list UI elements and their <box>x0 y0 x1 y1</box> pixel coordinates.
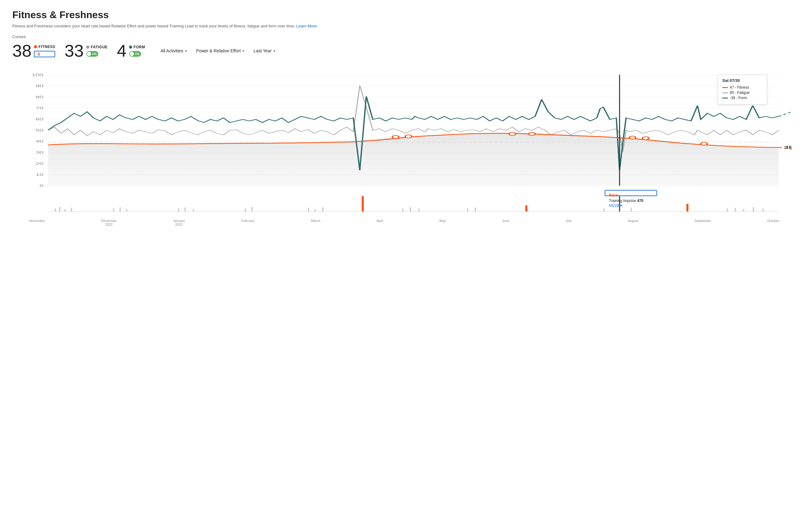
form-toggle-switch[interactable]: ON <box>129 51 141 57</box>
tooltip-fitness-val: 47 - Fitness <box>730 85 749 90</box>
svg-text:40: 40 <box>35 139 43 143</box>
svg-rect-57 <box>631 208 632 211</box>
mini-chart[interactable]: Race Training Impulse 470 NS100K <box>12 193 792 218</box>
fatigue-toggle-knob <box>87 52 91 56</box>
svg-rect-54 <box>525 205 527 211</box>
tooltip: Sat 07/30 47 - Fitness 85 - Fatigue -39 … <box>718 75 767 104</box>
form-label-row: FORM <box>129 45 145 49</box>
fitness-delta: -1 <box>34 51 55 57</box>
svg-text:100: 100 <box>32 73 44 77</box>
page-title: Fitness & Freshness <box>12 9 792 21</box>
chart-area: 100 90 80 70 60 50 40 30 20 10 0 <box>12 69 792 226</box>
activity-name: NS100K <box>609 204 653 208</box>
x-axis-labels: November December2022 January2022 Februa… <box>12 218 792 226</box>
svg-rect-35 <box>64 209 66 211</box>
svg-rect-50 <box>410 207 411 211</box>
fatigue-label-row: FATIGUE <box>86 45 108 49</box>
metrics-row: 38 FITNESS -1 33 FATIGUE ON 4 <box>12 42 792 59</box>
svg-rect-46 <box>314 209 315 211</box>
metric-dropdown[interactable]: Power & Relative Effort ▾ <box>196 48 244 53</box>
fatigue-metric: 33 FATIGUE ON <box>64 42 108 59</box>
page-subtitle: Fitness and Freshness considers your hea… <box>12 24 792 28</box>
fitness-value: 38 <box>12 42 32 59</box>
svg-rect-51 <box>418 208 419 211</box>
main-chart[interactable]: 100 90 80 70 60 50 40 30 20 10 0 <box>12 69 792 192</box>
x-label-jan: January2022 <box>173 219 185 226</box>
period-dropdown[interactable]: Last Year ▾ <box>254 48 275 53</box>
svg-text:80: 80 <box>35 95 43 99</box>
svg-text:50: 50 <box>35 128 43 132</box>
svg-point-24 <box>405 135 412 138</box>
tooltip-fatigue-row: 85 - Fatigue <box>722 91 762 95</box>
x-label-apr: April <box>376 219 383 226</box>
period-chevron-icon: ▾ <box>274 49 275 53</box>
fatigue-toggle-switch[interactable]: ON <box>86 51 98 57</box>
svg-rect-45 <box>308 208 309 211</box>
form-toggle-knob <box>130 52 134 56</box>
x-label-oct: October <box>767 219 779 226</box>
svg-rect-58 <box>686 204 688 211</box>
tooltip-fitness-line <box>722 87 728 88</box>
svg-text:70: 70 <box>35 106 43 110</box>
svg-rect-39 <box>126 209 127 211</box>
svg-text:0: 0 <box>39 184 43 188</box>
dropdowns: All Activities ▾ Power & Relative Effort… <box>161 48 275 53</box>
svg-rect-48 <box>362 196 363 211</box>
svg-rect-61 <box>743 209 744 211</box>
fitness-metric: 38 FITNESS -1 <box>12 42 55 59</box>
activities-label: All Activities <box>161 48 183 53</box>
fatigue-toggle[interactable]: ON <box>86 51 108 57</box>
tooltip-fatigue-line <box>722 92 728 93</box>
fitness-info: FITNESS -1 <box>34 45 55 57</box>
svg-point-26 <box>529 132 535 135</box>
svg-rect-56 <box>603 208 605 211</box>
svg-rect-37 <box>113 208 114 211</box>
x-label-feb: February <box>241 219 255 226</box>
activity-type: Race <box>609 193 653 197</box>
svg-rect-34 <box>59 207 60 211</box>
svg-rect-60 <box>734 208 735 211</box>
activities-chevron-icon: ▾ <box>185 49 187 53</box>
tooltip-form-line <box>722 98 728 98</box>
fitness-label-row: FITNESS <box>34 45 55 49</box>
svg-rect-44 <box>251 207 253 211</box>
svg-rect-53 <box>475 208 476 211</box>
svg-text:60: 60 <box>35 117 43 121</box>
svg-rect-59 <box>727 208 728 211</box>
svg-point-23 <box>392 135 399 138</box>
fatigue-dot <box>86 45 89 49</box>
svg-rect-40 <box>178 208 179 211</box>
form-toggle[interactable]: ON <box>129 51 145 57</box>
svg-text:20: 20 <box>35 162 43 165</box>
svg-point-25 <box>509 132 516 135</box>
svg-text:10: 10 <box>35 173 43 176</box>
x-label-aug: August <box>628 219 638 226</box>
svg-rect-63 <box>762 208 764 211</box>
tooltip-date: Sat 07/30 <box>722 78 762 83</box>
training-impulse: Training Impulse 470 <box>609 198 653 203</box>
svg-rect-43 <box>245 208 246 211</box>
svg-point-29 <box>701 142 707 145</box>
svg-rect-47 <box>322 207 323 211</box>
main-chart-svg: 100 90 80 70 60 50 40 30 20 10 0 <box>12 69 792 192</box>
fatigue-label: FATIGUE <box>91 45 108 49</box>
x-label-may: May <box>440 219 446 226</box>
form-metric: 4 FORM ON <box>117 42 145 59</box>
svg-point-28 <box>642 137 649 140</box>
tooltip-form-val: -39 - Form <box>730 96 747 100</box>
svg-rect-52 <box>467 208 468 211</box>
fitness-dot <box>34 45 37 48</box>
svg-rect-62 <box>753 207 754 211</box>
svg-rect-36 <box>71 208 72 211</box>
mini-chart-svg <box>12 193 792 218</box>
fitness-label: FITNESS <box>38 45 55 49</box>
form-dot <box>129 45 132 49</box>
activities-dropdown[interactable]: All Activities ▾ <box>161 48 187 53</box>
svg-rect-41 <box>185 208 186 211</box>
learn-more-link[interactable]: Learn More <box>296 24 317 28</box>
x-label-jul: July <box>565 219 572 226</box>
svg-rect-49 <box>402 208 403 211</box>
svg-point-27 <box>629 136 636 139</box>
tooltip-fatigue-val: 85 - Fatigue <box>730 91 749 95</box>
form-toggle-text: ON <box>135 52 139 56</box>
